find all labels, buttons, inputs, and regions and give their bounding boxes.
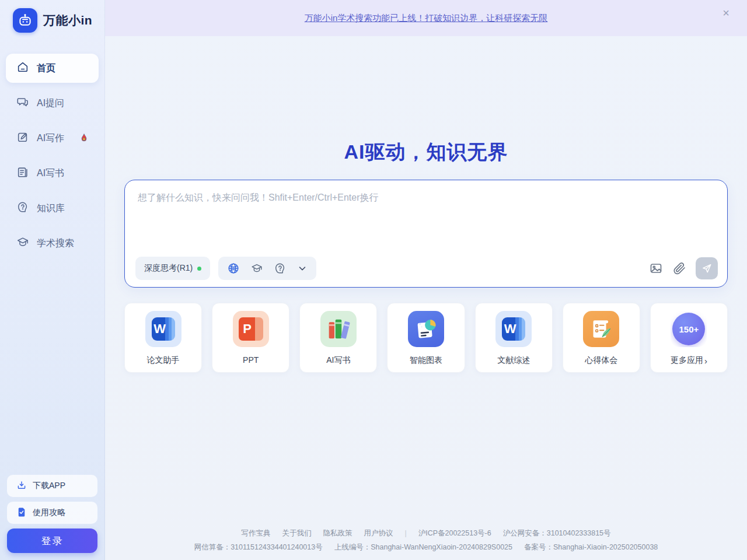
sidebar-item-label: 首页 — [37, 62, 55, 75]
robot-logo-icon — [13, 8, 37, 33]
footer-link-user-agreement[interactable]: 用户协议 — [364, 526, 393, 540]
app-card-reflections[interactable]: 心得体会 — [563, 303, 640, 373]
login-button[interactable]: 登录 — [7, 528, 97, 553]
sidebar-nav: 首页 AI提问 AI写作 — [0, 33, 104, 258]
app-label: 论文助手 — [147, 355, 180, 366]
sidebar-item-label: AI写作 — [37, 132, 64, 145]
more-apps-label: 更多应用 — [671, 355, 703, 366]
sidebar-item-ai-book[interactable]: AI写书 — [6, 159, 99, 188]
app-card-paper-assistant[interactable]: W 论文助手 — [124, 303, 202, 373]
footer-link-writing-treasury[interactable]: 写作宝典 — [241, 526, 270, 540]
question-input[interactable] — [125, 180, 727, 239]
composer-tools-group — [218, 257, 316, 280]
app-card-more-apps[interactable]: 150+ 更多应用 › — [650, 303, 728, 373]
chevron-down-icon[interactable] — [297, 263, 308, 274]
book-icon — [16, 166, 29, 181]
footer-online-number: 上线编号：Shanghai-WanNengXiaoin-20240829S002… — [334, 540, 512, 554]
sidebar-item-label: 学术搜索 — [37, 237, 74, 250]
sidebar: 万能小in 首页 AI提问 — [0, 0, 105, 560]
footer-record-number: 备案号：Shanghai-Xiaoin-202502050038 — [524, 540, 658, 554]
user-guide-label: 使用攻略 — [33, 508, 65, 518]
chevron-right-icon: › — [704, 356, 707, 366]
download-app-button[interactable]: 下载APP — [7, 475, 97, 497]
footer-netinfo-record: 网信算备：310115124334401240013号 — [194, 540, 323, 554]
sidebar-item-label: AI写书 — [37, 167, 64, 180]
composer-toolbar: 深度思考(R1) — [135, 257, 718, 280]
guide-doc-icon — [16, 507, 27, 519]
academic-cap-icon — [16, 236, 29, 251]
footer-links-row: 写作宝典 关于我们 隐私政策 用户协议 | 沪ICP备20022513号-6 沪… — [105, 526, 747, 540]
more-apps-badge: 150+ — [671, 311, 707, 347]
app-label: 更多应用 › — [671, 355, 707, 366]
edit-icon — [16, 131, 29, 146]
deep-think-mode-button[interactable]: 深度思考(R1) — [135, 257, 210, 280]
download-app-label: 下载APP — [33, 481, 65, 491]
app-card-smart-chart[interactable]: 智能图表 — [387, 303, 465, 373]
hot-flame-icon — [79, 133, 89, 144]
word-doc-icon: W — [145, 311, 181, 347]
sidebar-item-knowledge-base[interactable]: 知识库 — [6, 194, 99, 223]
word-letter: W — [502, 317, 525, 341]
footer-link-about-us[interactable]: 关于我们 — [282, 526, 311, 540]
ppt-icon: P — [233, 311, 269, 347]
page-title: AI驱动，知识无界 — [105, 139, 747, 166]
app-card-ppt[interactable]: P PPT — [212, 303, 289, 373]
count-badge: 150+ — [672, 313, 705, 345]
app-label: 智能图表 — [410, 355, 442, 366]
announcement-link[interactable]: 万能小in学术搜索功能已上线！打破知识边界，让科研探索无限 — [305, 13, 548, 24]
app-card-ai-book[interactable]: AI写书 — [299, 303, 377, 373]
online-dot-icon — [197, 267, 201, 271]
sidebar-bottom: 下载APP 使用攻略 登录 — [7, 475, 97, 553]
download-icon — [16, 480, 27, 492]
sidebar-item-academic-search[interactable]: 学术搜索 — [6, 229, 99, 258]
sidebar-item-ai-writing[interactable]: AI写作 — [6, 124, 99, 153]
app-label: PPT — [243, 355, 259, 365]
user-guide-button[interactable]: 使用攻略 — [7, 502, 97, 524]
announcement-banner: 万能小in学术搜索功能已上线！打破知识边界，让科研探索无限 × — [105, 0, 747, 36]
footer-link-privacy-policy[interactable]: 隐私政策 — [323, 526, 352, 540]
chat-composer: 深度思考(R1) — [124, 180, 728, 288]
app-label: 心得体会 — [585, 355, 617, 366]
word-letter: W — [152, 317, 175, 341]
deep-think-label: 深度思考(R1) — [144, 263, 193, 274]
composer-actions — [649, 257, 718, 279]
footer-police-record-link[interactable]: 沪公网安备：31010402333815号 — [503, 526, 611, 540]
sidebar-item-label: AI提问 — [37, 97, 64, 110]
app-label: 文献综述 — [497, 355, 530, 366]
image-upload-icon[interactable] — [649, 261, 663, 275]
footer-record-row: 网信算备：310115124334401240013号 上线编号：Shangha… — [105, 540, 747, 554]
chart-icon — [408, 311, 444, 347]
think-head-icon[interactable] — [274, 262, 287, 275]
sidebar-item-ai-ask[interactable]: AI提问 — [6, 89, 99, 118]
ppt-letter: P — [239, 317, 263, 341]
send-button[interactable] — [696, 257, 718, 279]
globe-icon[interactable] — [227, 262, 240, 275]
chat-icon — [16, 96, 29, 111]
word-doc-icon: W — [495, 311, 532, 347]
footer-icp-link[interactable]: 沪ICP备20022513号-6 — [418, 526, 491, 540]
books-icon — [320, 311, 357, 347]
paperclip-icon[interactable] — [672, 261, 686, 275]
brand-name: 万能小in — [43, 12, 92, 29]
app-shortcuts: W 论文助手 P PPT — [124, 303, 728, 373]
brand[interactable]: 万能小in — [0, 0, 104, 33]
academic-cap-icon[interactable] — [250, 262, 263, 275]
footer-separator: | — [404, 526, 406, 540]
knowledge-icon — [16, 201, 29, 216]
sidebar-item-label: 知识库 — [37, 202, 65, 215]
home-icon — [16, 61, 29, 76]
close-icon[interactable]: × — [722, 7, 729, 19]
notes-scroll-icon — [583, 311, 619, 347]
main-content: 万能小in学术搜索功能已上线！打破知识边界，让科研探索无限 × AI驱动，知识无… — [105, 0, 747, 560]
sidebar-item-home[interactable]: 首页 — [6, 54, 99, 83]
app-card-literature-review[interactable]: W 文献综述 — [475, 303, 553, 373]
footer: 写作宝典 关于我们 隐私政策 用户协议 | 沪ICP备20022513号-6 沪… — [105, 526, 747, 554]
app-label: AI写书 — [326, 355, 350, 366]
